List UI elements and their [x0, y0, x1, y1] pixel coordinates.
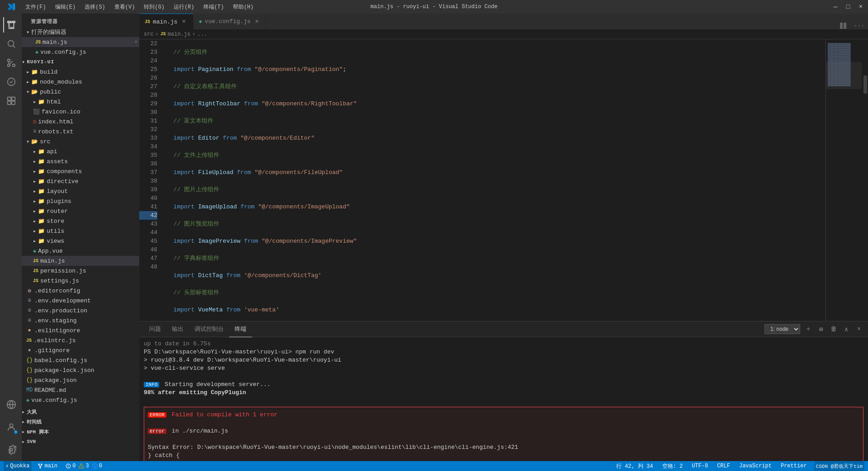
window-title: main.js - ruoyi-ui - Visual Studio Code	[371, 4, 498, 10]
tab-vueconfig-close[interactable]: ×	[253, 18, 260, 25]
chevron-right-icon: ▸	[26, 69, 29, 75]
tree-env-staging[interactable]: ≡ .env.staging	[22, 316, 139, 325]
editor-layout-button[interactable]	[836, 22, 850, 29]
code-editor[interactable]: 22 23 24 25 26 27 28 29 30 31 32 33 34 3…	[139, 39, 868, 321]
sidebar-section-project[interactable]: ▾ RUOYI-UI	[22, 57, 139, 67]
more-actions-button[interactable]: ···	[850, 23, 868, 29]
line-ending[interactable]: CRLF	[715, 461, 732, 471]
tree-app-vue[interactable]: ◈ App.vue	[22, 246, 139, 256]
sidebar-section-npm[interactable]: ▸ NPM 脚本	[22, 427, 139, 437]
activity-settings[interactable]	[3, 442, 19, 457]
activity-explorer[interactable]	[3, 17, 19, 33]
sidebar-section-svn[interactable]: ▸ SVN	[22, 437, 139, 447]
tree-directive[interactable]: ▸ 📁 directive	[22, 176, 139, 186]
sidebar-section-daxiu[interactable]: ▸ 大夙	[22, 407, 139, 417]
scrollbar-thumb[interactable]	[863, 75, 867, 94]
maximize-button[interactable]: □	[845, 4, 851, 9]
menu-help[interactable]: 帮助(H)	[231, 2, 255, 12]
tree-robots[interactable]: ≡ robots.txt	[22, 127, 139, 137]
breadcrumb-sep1: ›	[156, 31, 159, 38]
tree-index-html[interactable]: ◷ index.html	[22, 117, 139, 127]
notification-area[interactable]: CSDN @君临天下tim	[814, 461, 864, 471]
panel-tab-terminal[interactable]: 终端	[229, 321, 252, 337]
tree-components[interactable]: ▸ 📁 components	[22, 166, 139, 176]
maximize-panel-button[interactable]: ∧	[842, 325, 851, 334]
remote-indicator[interactable]: ⚡ Quokka	[4, 461, 31, 471]
panel-tab-output[interactable]: 输出	[166, 321, 189, 337]
syntax-error-line1: Syntax Error: D:\workspace\RuoYi-Vue-mas…	[148, 443, 859, 452]
tree-vueconfig[interactable]: ◈ vue.config.js	[22, 395, 139, 405]
tree-settings-js[interactable]: JS settings.js	[22, 276, 139, 286]
tree-src-folder[interactable]: ▾ 📂 src	[22, 137, 139, 146]
tree-views[interactable]: ▸ 📁 views	[22, 236, 139, 246]
close-button[interactable]: ×	[858, 4, 863, 9]
tree-api[interactable]: ▸ 📁 api	[22, 146, 139, 156]
sidebar-section-timeline[interactable]: ▸ 时间线	[22, 417, 139, 427]
sidebar-item-vue-config-open[interactable]: ◈ vue.config.js	[22, 47, 139, 57]
code-line-24: // 自定义表格工具组件	[166, 82, 826, 91]
menu-edit[interactable]: 编辑(E)	[53, 2, 78, 12]
tree-utils[interactable]: ▸ 📁 utils	[22, 226, 139, 236]
tree-plugins[interactable]: ▸ 📁 plugins	[22, 196, 139, 206]
tree-store[interactable]: ▸ 📁 store	[22, 216, 139, 226]
line-36: 36	[139, 160, 157, 168]
tab-vueconfig[interactable]: ◈ vue.config.js ×	[193, 14, 267, 29]
tree-layout[interactable]: ▸ 📁 layout	[22, 186, 139, 196]
indentation[interactable]: 空格: 2	[660, 461, 685, 471]
close-panel-button[interactable]: ×	[854, 325, 863, 334]
tree-node-modules[interactable]: ▸ 📁 node_modules	[22, 77, 139, 87]
tab-mainjs-close[interactable]: ×	[180, 18, 188, 25]
panel-tab-debug[interactable]: 调试控制台	[189, 321, 229, 337]
menu-goto[interactable]: 转到(G)	[142, 2, 166, 12]
tree-router[interactable]: ▸ 📁 router	[22, 206, 139, 216]
cursor-position[interactable]: 行 42, 列 34	[614, 461, 655, 471]
terminal-content[interactable]: up to date in 6.75s PS D:\workspace\RuoY…	[139, 337, 868, 461]
encoding[interactable]: UTF-8	[690, 461, 710, 471]
split-terminal-button[interactable]: ⊞	[816, 325, 826, 334]
folder-icon-assets: 📁	[38, 158, 45, 165]
tree-html-folder[interactable]: ▸ 📁 html	[22, 97, 139, 107]
tree-assets[interactable]: ▸ 📁 assets	[22, 156, 139, 166]
delete-terminal-button[interactable]: 🗑	[829, 325, 838, 334]
tree-readme[interactable]: MD README.md	[22, 385, 139, 395]
errors-warnings[interactable]: 0 3 0	[64, 461, 104, 471]
menu-terminal[interactable]: 终端(T)	[202, 2, 226, 12]
scrollbar-right[interactable]	[862, 39, 868, 321]
menu-run[interactable]: 运行(R)	[172, 2, 196, 12]
sidebar-section-open-editors[interactable]: ▾ 打开的编辑器	[22, 27, 139, 37]
activity-search[interactable]	[3, 36, 19, 52]
tree-env-dev[interactable]: ≡ .env.development	[22, 296, 139, 306]
tab-mainjs[interactable]: JS main.js ×	[139, 14, 193, 29]
tree-gitignore[interactable]: ● .gitignore	[22, 345, 139, 355]
tree-package[interactable]: {} package.json	[22, 375, 139, 385]
folder-src-label: src	[40, 138, 50, 145]
language-mode[interactable]: JavaScript	[737, 461, 774, 471]
tree-build[interactable]: ▸ 📁 build	[22, 67, 139, 77]
tree-public[interactable]: ▾ 📂 public	[22, 87, 139, 97]
activity-git[interactable]	[3, 55, 19, 71]
new-terminal-button[interactable]: +	[804, 325, 813, 334]
tree-main-js[interactable]: JS main.js	[22, 256, 139, 266]
sidebar-item-main-js-open[interactable]: JS main.js ×	[22, 37, 139, 47]
activity-debug[interactable]	[3, 74, 19, 89]
minimize-button[interactable]: —	[833, 4, 838, 9]
tree-package-lock[interactable]: {} package-lock.json	[22, 365, 139, 375]
tree-editorconfig[interactable]: ⚙ .editorconfig	[22, 286, 139, 296]
tree-eslintignore[interactable]: ● .eslintignore	[22, 325, 139, 335]
formatter[interactable]: Prettier	[779, 461, 809, 471]
terminal-selector[interactable]: 1: node	[764, 324, 800, 334]
panel-tab-problems[interactable]: 问题	[144, 321, 166, 337]
tree-favicon[interactable]: ⬛ favicon.ico	[22, 107, 139, 117]
activity-extensions[interactable]	[3, 93, 19, 108]
menu-select[interactable]: 选择(S)	[83, 2, 107, 12]
menu-file[interactable]: 文件(F)	[24, 2, 48, 12]
tab-close-x-icon[interactable]: ×	[134, 39, 137, 45]
warnings-count: 3	[85, 463, 89, 469]
git-branch[interactable]: main	[36, 461, 59, 471]
tree-permission-js[interactable]: JS permission.js	[22, 266, 139, 276]
tree-babel[interactable]: {} babel.config.js	[22, 355, 139, 365]
tree-env-prod[interactable]: ≡ .env.production	[22, 306, 139, 316]
activity-remote[interactable]	[3, 397, 19, 412]
tree-eslintrc[interactable]: JS .eslintrc.js	[22, 335, 139, 345]
menu-view[interactable]: 查看(V)	[113, 2, 137, 12]
